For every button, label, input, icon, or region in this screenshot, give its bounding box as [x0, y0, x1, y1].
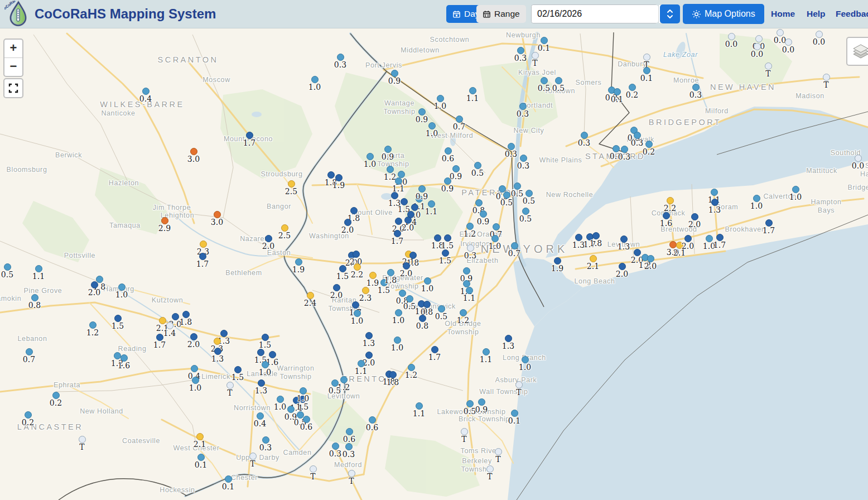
station-dot[interactable]	[614, 88, 621, 95]
station-dot[interactable]	[525, 190, 533, 197]
station-dot[interactable]	[424, 277, 431, 285]
station-dot[interactable]	[667, 197, 674, 204]
date-input[interactable]	[532, 5, 658, 23]
station-dot[interactable]	[384, 146, 392, 153]
station-dot[interactable]	[460, 309, 467, 316]
station-dot[interactable]	[444, 234, 451, 242]
station-dot[interactable]	[394, 336, 401, 344]
station-dot[interactable]	[387, 269, 394, 276]
station-dot[interactable]	[345, 443, 353, 450]
station-dot[interactable]	[463, 280, 470, 287]
station-dot[interactable]	[575, 234, 582, 241]
station-dot[interactable]	[199, 253, 206, 260]
station-dot[interactable]	[287, 406, 295, 413]
station-dot[interactable]	[442, 249, 449, 257]
station-dot[interactable]	[348, 470, 355, 477]
station-dot[interactable]	[408, 364, 415, 371]
fullscreen-button[interactable]	[3, 78, 23, 98]
station-dot[interactable]	[398, 171, 405, 178]
station-dot[interactable]	[503, 191, 510, 199]
station-dot[interactable]	[394, 230, 401, 237]
station-dot[interactable]	[403, 262, 410, 270]
station-dot[interactable]	[395, 177, 402, 185]
station-dot[interactable]	[409, 252, 417, 259]
station-dot[interactable]	[389, 371, 397, 378]
station-dot[interactable]	[753, 195, 760, 202]
station-dot[interactable]	[620, 235, 628, 243]
station-dot[interactable]	[156, 334, 163, 341]
zoom-in-button[interactable]: +	[4, 40, 22, 58]
station-dot[interactable]	[554, 257, 561, 265]
station-dot[interactable]	[785, 39, 792, 46]
station-dot[interactable]	[249, 453, 257, 460]
station-dot[interactable]	[590, 255, 597, 262]
station-dot[interactable]	[258, 379, 265, 387]
zoom-out-button[interactable]: −	[4, 58, 22, 76]
range-toggle-button[interactable]: Range	[476, 5, 526, 23]
station-dot[interactable]	[452, 165, 460, 172]
station-dot[interactable]	[269, 351, 276, 358]
station-dot[interactable]	[645, 141, 653, 148]
station-dot[interactable]	[469, 87, 476, 94]
station-dot[interactable]	[369, 272, 377, 279]
station-dot[interactable]	[467, 244, 474, 252]
station-dot[interactable]	[711, 199, 718, 206]
station-dot[interactable]	[190, 333, 197, 340]
station-dot[interactable]	[166, 322, 173, 329]
layers-control[interactable]	[846, 37, 868, 66]
station-dot[interactable]	[192, 377, 199, 384]
station-dot[interactable]	[200, 241, 207, 248]
station-dot[interactable]	[26, 348, 33, 355]
station-dot[interactable]	[35, 265, 42, 272]
station-dot[interactable]	[491, 235, 499, 242]
station-dot[interactable]	[214, 348, 221, 355]
station-dot[interactable]	[475, 199, 483, 206]
station-dot[interactable]	[643, 54, 650, 61]
station-dot[interactable]	[303, 416, 310, 423]
station-dot[interactable]	[226, 382, 234, 389]
station-dot[interactable]	[621, 146, 628, 153]
station-dot[interactable]	[522, 208, 529, 215]
station-dot[interactable]	[79, 436, 86, 443]
station-dot[interactable]	[300, 387, 307, 395]
station-dot[interactable]	[663, 212, 670, 219]
station-dot[interactable]	[495, 448, 502, 455]
nav-help-link[interactable]: Help	[807, 9, 826, 19]
nav-home-link[interactable]: Home	[771, 9, 795, 19]
station-dot[interactable]	[91, 281, 98, 289]
station-dot[interactable]	[520, 155, 527, 162]
station-dot[interactable]	[555, 77, 562, 84]
station-dot[interactable]	[369, 416, 376, 424]
station-dot[interactable]	[354, 310, 361, 317]
station-dot[interactable]	[327, 171, 335, 179]
station-dot[interactable]	[353, 251, 360, 258]
station-dot[interactable]	[522, 356, 529, 363]
station-dot[interactable]	[310, 465, 317, 473]
station-dot[interactable]	[246, 132, 253, 139]
station-dot[interactable]	[755, 35, 763, 42]
station-dot[interactable]	[519, 103, 527, 110]
station-dot[interactable]	[333, 284, 340, 291]
station-dot[interactable]	[505, 335, 512, 342]
station-dot[interactable]	[438, 305, 445, 312]
station-dot[interactable]	[172, 313, 179, 320]
station-dot[interactable]	[466, 223, 474, 230]
station-dot[interactable]	[765, 219, 773, 227]
station-dot[interactable]	[508, 143, 515, 150]
station-dot[interactable]	[114, 352, 121, 359]
station-dot[interactable]	[428, 200, 435, 208]
station-dot[interactable]	[692, 84, 700, 91]
station-dot[interactable]	[265, 235, 272, 242]
station-dot[interactable]	[335, 174, 343, 181]
station-dot[interactable]	[418, 185, 426, 193]
station-dot[interactable]	[728, 33, 735, 40]
station-dot[interactable]	[362, 287, 369, 294]
station-dot[interactable]	[159, 317, 166, 324]
station-dot[interactable]	[493, 223, 500, 230]
station-dot[interactable]	[855, 155, 862, 162]
station-dot[interactable]	[629, 84, 636, 91]
station-dot[interactable]	[352, 301, 359, 309]
station-dot[interactable]	[711, 189, 718, 196]
station-dot[interactable]	[480, 210, 487, 218]
station-dot[interactable]	[295, 258, 302, 266]
